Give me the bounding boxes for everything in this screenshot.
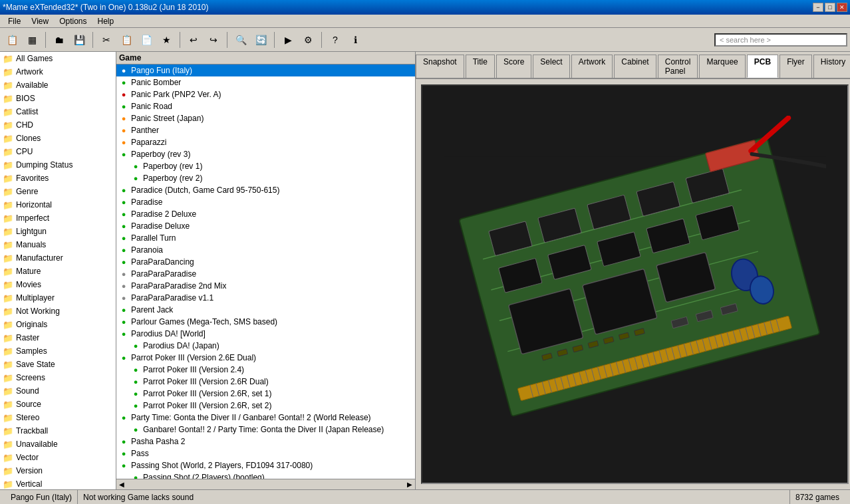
game-item[interactable]: ●Parodius DA! [World] — [116, 328, 415, 340]
sidebar-item-raster[interactable]: 📁Raster — [0, 331, 116, 344]
game-item[interactable]: ●Parrot Poker III (Version 2.4) — [116, 364, 415, 376]
tab-marquee[interactable]: Marquee — [699, 55, 745, 78]
toolbar-btn-2[interactable]: ▦ — [23, 31, 41, 49]
game-item[interactable]: ●Panic Park (PNP2 Ver. A) — [116, 88, 415, 100]
game-item[interactable]: ●Panic Street (Japan) — [116, 112, 415, 124]
game-item[interactable]: ●Paperboy (rev 1) — [116, 160, 415, 172]
toolbar-btn-7[interactable]: 📄 — [137, 31, 156, 49]
sidebar-item-dumping-status[interactable]: 📁Dumping Status — [0, 158, 116, 172]
game-item[interactable]: ●Paradise 2 Deluxe — [116, 208, 415, 220]
sidebar-item-manufacturer[interactable]: 📁Manufacturer — [0, 251, 116, 265]
sidebar-item-movies[interactable]: 📁Movies — [0, 278, 116, 291]
game-item[interactable]: ●Parent Jack — [116, 304, 415, 316]
menu-help[interactable]: Help — [92, 15, 120, 27]
game-item[interactable]: ●Parodius DA! (Japan) — [116, 340, 415, 352]
sidebar-item-manuals[interactable]: 📁Manuals — [0, 238, 116, 251]
game-item[interactable]: ●Paparazzi — [116, 136, 415, 148]
tab-cabinet[interactable]: Cabinet — [614, 55, 656, 78]
sidebar-item-chd[interactable]: 📁CHD — [0, 118, 116, 132]
tab-artwork[interactable]: Artwork — [571, 55, 613, 78]
game-item[interactable]: ●Ganbare! Gonta!! 2 / Party Time: Gonta … — [116, 424, 415, 436]
toolbar-btn-1[interactable]: 📋 — [3, 31, 21, 49]
sidebar-item-samples[interactable]: 📁Samples — [0, 344, 116, 358]
toolbar-btn-4[interactable]: 💾 — [70, 31, 88, 49]
sidebar-item-bios[interactable]: 📁BIOS — [0, 92, 116, 105]
game-item[interactable]: ●ParaParaParadise v1.1 — [116, 292, 415, 304]
sidebar-item-source[interactable]: 📁Source — [0, 398, 116, 411]
tab-select[interactable]: Select — [533, 55, 569, 78]
sidebar-item-artwork[interactable]: 📁Artwork — [0, 65, 116, 78]
game-item[interactable]: ●Paranoia — [116, 244, 415, 256]
game-item[interactable]: ●Paperboy (rev 2) — [116, 172, 415, 184]
game-item[interactable]: ●Parrot Poker III (Version 2.6R Dual) — [116, 376, 415, 388]
toolbar-btn-help[interactable]: ? — [326, 31, 345, 49]
toolbar-btn-refresh[interactable]: 🔄 — [251, 31, 270, 49]
game-item[interactable]: ●ParaParaParadise — [116, 268, 415, 280]
game-item[interactable]: ●Parrot Poker III (Version 2.6R, set 2) — [116, 400, 415, 412]
sidebar-item-horizontal[interactable]: 📁Horizontal — [0, 198, 116, 211]
sidebar-item-lightgun[interactable]: 📁Lightgun — [0, 225, 116, 238]
close-button[interactable]: ✕ — [837, 3, 847, 12]
game-item[interactable]: ●ParaParaDancing — [116, 256, 415, 268]
game-item[interactable]: ●Panic Road — [116, 100, 415, 112]
game-item[interactable]: ●Panic Bomber — [116, 76, 415, 88]
menu-options[interactable]: Options — [54, 15, 92, 27]
game-list[interactable]: ●Pango Fun (Italy)●Panic Bomber●Panic Pa… — [116, 64, 415, 479]
game-item[interactable]: ●Paradise — [116, 196, 415, 208]
game-item[interactable]: ●Pango Fun (Italy) — [116, 64, 415, 76]
game-item[interactable]: ●Passing Shot (World, 2 Players, FD1094 … — [116, 459, 415, 471]
tab-score[interactable]: Score — [496, 55, 531, 78]
sidebar-item-cpu[interactable]: 📁CPU — [0, 145, 116, 158]
sidebar-item-not-working[interactable]: 📁Not Working — [0, 305, 116, 318]
game-item[interactable]: ●Passing Shot (2 Players) (bootleg) — [116, 471, 415, 479]
sidebar-item-genre[interactable]: 📁Genre — [0, 185, 116, 198]
sidebar-item-version[interactable]: 📁Version — [0, 464, 116, 477]
sidebar-item-imperfect[interactable]: 📁Imperfect — [0, 211, 116, 225]
toolbar-btn-5[interactable]: ✂ — [97, 31, 116, 49]
game-item[interactable]: ●Parrot Poker III (Version 2.6R, set 1) — [116, 388, 415, 400]
sidebar-item-sound[interactable]: 📁Sound — [0, 384, 116, 398]
toolbar-btn-play[interactable]: ▶ — [279, 31, 297, 49]
tab-snapshot[interactable]: Snapshot — [416, 55, 464, 78]
game-item[interactable]: ●Paperboy (rev 3) — [116, 148, 415, 160]
toolbar-btn-9[interactable]: ↩ — [184, 31, 203, 49]
toolbar-btn-properties[interactable]: ⚙ — [299, 31, 317, 49]
sidebar-item-vector[interactable]: 📁Vector — [0, 451, 116, 464]
sidebar-item-all-games[interactable]: 📁All Games — [0, 52, 116, 65]
sidebar-item-save-state[interactable]: 📁Save State — [0, 358, 116, 371]
sidebar-item-vertical[interactable]: 📁Vertical — [0, 477, 116, 489]
toolbar-btn-about[interactable]: ℹ — [346, 31, 364, 49]
game-item[interactable]: ●ParaParaParadise 2nd Mix — [116, 280, 415, 292]
minimize-button[interactable]: − — [813, 3, 823, 12]
sidebar-item-unavailable[interactable]: 📁Unavailable — [0, 438, 116, 451]
game-item[interactable]: ●Parrot Poker III (Version 2.6E Dual) — [116, 352, 415, 364]
game-item[interactable]: ●Paradice (Dutch, Game Card 95-750-615) — [116, 184, 415, 196]
sidebar-item-multiplayer[interactable]: 📁Multiplayer — [0, 291, 116, 305]
game-item[interactable]: ●Pasha Pasha 2 — [116, 436, 415, 447]
tab-title[interactable]: Title — [466, 55, 495, 78]
sidebar-item-screens[interactable]: 📁Screens — [0, 371, 116, 384]
toolbar-btn-3[interactable]: 🖿 — [50, 31, 69, 49]
tab-pcb[interactable]: PCB — [747, 55, 778, 78]
maximize-button[interactable]: □ — [825, 3, 835, 12]
sidebar-item-stereo[interactable]: 📁Stereo — [0, 411, 116, 424]
search-box[interactable]: < search here > — [714, 33, 847, 47]
sidebar-item-originals[interactable]: 📁Originals — [0, 318, 116, 331]
game-item[interactable]: ●Party Time: Gonta the Diver II / Ganbar… — [116, 412, 415, 424]
toolbar-btn-8[interactable]: ★ — [157, 31, 176, 49]
menu-file[interactable]: File — [3, 15, 26, 27]
sidebar-item-mature[interactable]: 📁Mature — [0, 265, 116, 278]
game-item[interactable]: ●Parlour Games (Mega-Tech, SMS based) — [116, 316, 415, 328]
tab-control-panel[interactable]: Control Panel — [658, 55, 698, 78]
game-item[interactable]: ●Parallel Turn — [116, 232, 415, 244]
tab-flyer[interactable]: Flyer — [779, 55, 812, 78]
toolbar-btn-10[interactable]: ↪ — [204, 31, 223, 49]
sidebar-item-available[interactable]: 📁Available — [0, 78, 116, 92]
toolbar-btn-6[interactable]: 📋 — [117, 31, 136, 49]
sidebar-item-clones[interactable]: 📁Clones — [0, 132, 116, 145]
toolbar-btn-search[interactable]: 🔍 — [231, 31, 250, 49]
menu-view[interactable]: View — [26, 15, 54, 27]
game-item[interactable]: ●Paradise Deluxe — [116, 220, 415, 232]
sidebar-item-favorites[interactable]: 📁Favorites — [0, 172, 116, 185]
sidebar-item-catlist[interactable]: 📁Catlist — [0, 105, 116, 118]
